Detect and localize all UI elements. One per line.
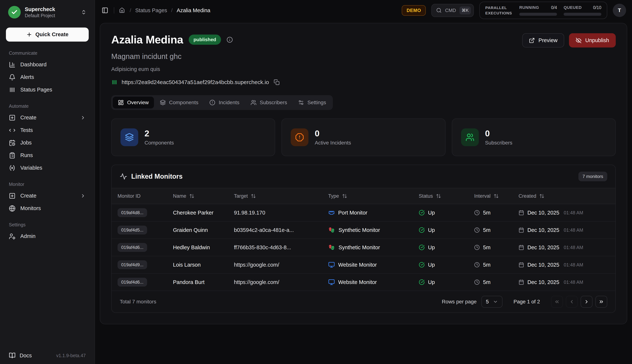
tab-incidents[interactable]: Incidents [204, 97, 244, 108]
sidebar-item-variables[interactable]: Variables [6, 162, 89, 174]
panel-left-icon [102, 7, 108, 14]
plus-icon [26, 32, 32, 38]
docs-link[interactable]: Docs [9, 352, 32, 359]
section-monitor: Monitor Create Monitors [6, 182, 89, 215]
column-header-created[interactable]: Created [518, 193, 610, 199]
next-page-button[interactable] [581, 296, 592, 308]
sidebar-item-create-monitor[interactable]: Create [6, 190, 89, 202]
column-header-name[interactable]: Name [173, 193, 234, 199]
variable-icon [9, 165, 16, 171]
chevron-down-icon [493, 299, 498, 304]
monitor-type: Synthetic Monitor [328, 226, 419, 234]
status-bars-icon [9, 86, 16, 93]
sidebar-item-tests[interactable]: Tests [6, 124, 89, 136]
sidebar-item-jobs[interactable]: Jobs [6, 136, 89, 149]
monitor-target: https://google.com/ [234, 279, 328, 285]
status-page-url[interactable]: https://2ea9d24eac504347a51aef29f2a4bcbb… [122, 79, 269, 85]
table-header-row: Monitor ID Name Target Type Status Inter… [112, 188, 615, 204]
monitor-screen-icon [328, 279, 335, 286]
user-avatar[interactable]: T [613, 4, 626, 17]
tab-settings[interactable]: Settings [293, 97, 331, 108]
sidebar-toggle-button[interactable] [100, 6, 110, 15]
home-icon [119, 8, 125, 13]
column-header-target[interactable]: Target [234, 193, 328, 199]
table-row[interactable]: 019af4d8... Cherokee Parker 91.98.19.170… [112, 204, 615, 222]
monitor-name: Graiden Quinn [173, 227, 234, 233]
cmd-kbd: ⌘K [460, 6, 471, 14]
monitor-created: Dec 10, 202501:48 AM [518, 227, 610, 233]
status-page-url-row: https://2ea9d24eac504347a51aef29f2a4bcbb… [111, 78, 280, 86]
project-switcher[interactable]: Supercheck Default Project [6, 4, 89, 20]
breadcrumb-status-pages[interactable]: Status Pages [135, 8, 167, 14]
project-name: Default Project [25, 12, 55, 19]
monitor-name: Hedley Baldwin [173, 244, 234, 250]
page-subtitle: Magnam incidunt ghc [111, 52, 280, 60]
running-label: RUNNING [519, 5, 539, 10]
tab-overview[interactable]: Overview [113, 97, 154, 108]
check-circle-icon [419, 279, 425, 285]
main-area: / Status Pages / Azalia Medina DEMO CMD … [95, 0, 632, 364]
section-settings: Settings Admin [6, 222, 89, 242]
column-header-type[interactable]: Type [328, 193, 419, 199]
table-row[interactable]: 019af4d6... Pandora Burt https://google.… [112, 274, 615, 291]
monitor-type: Port Monitor [328, 209, 419, 216]
table-row[interactable]: 019af4d5... Graiden Quinn b03594c2-a0ca-… [112, 222, 615, 239]
layers-icon [120, 128, 138, 146]
sidebar-item-label: Variables [20, 165, 42, 171]
column-header-interval[interactable]: Interval [474, 193, 518, 199]
sidebar-item-dashboard[interactable]: Dashboard [6, 58, 89, 71]
monitor-target: https://google.com/ [234, 262, 328, 268]
sidebar-item-runs[interactable]: Runs [6, 149, 89, 162]
info-button[interactable] [226, 36, 233, 43]
breadcrumb-home[interactable] [118, 7, 126, 14]
sidebar-item-admin[interactable]: Admin [6, 230, 89, 242]
table-row[interactable]: 019af4d6... Hedley Baldwin ff766b35-830c… [112, 239, 615, 256]
linked-monitors-title: Linked Monitors [131, 172, 182, 180]
sliders-icon [298, 100, 304, 106]
previous-page-button[interactable] [566, 296, 578, 308]
copy-url-button[interactable] [273, 78, 280, 86]
rows-per-page-select[interactable]: 5 [482, 296, 502, 308]
topbar: / Status Pages / Azalia Medina DEMO CMD … [95, 0, 632, 21]
unpublish-button[interactable]: Unpublish [569, 33, 616, 48]
monitor-created: Dec 10, 202501:48 AM [518, 279, 610, 285]
breadcrumb-separator: / [130, 8, 131, 13]
sidebar-item-alerts[interactable]: Alerts [6, 71, 89, 84]
layout-grid-icon [118, 100, 124, 106]
breadcrumb-separator: / [171, 8, 172, 13]
quick-create-button[interactable]: Quick Create [6, 28, 89, 42]
table-footer: Total 7 monitors Rows per page 5 Page 1 … [112, 291, 615, 312]
executions-title: PARALLEL EXECUTIONS [485, 5, 512, 16]
calendar-icon [518, 227, 524, 233]
command-palette-button[interactable]: CMD ⌘K [431, 4, 474, 17]
monitor-target: ff766b35-830c-4d63-8... [234, 244, 328, 250]
sidebar-item-label: Dashboard [20, 62, 46, 68]
book-open-icon [9, 352, 16, 359]
first-page-button[interactable] [551, 296, 563, 308]
page-actions: Preview Unpublish [522, 33, 616, 48]
monitor-type: Website Monitor [328, 262, 419, 268]
tab-components[interactable]: Components [155, 97, 204, 108]
tab-subscribers[interactable]: Subscribers [246, 97, 292, 108]
page-header-left: Azalia Medina published Magnam incidunt … [111, 33, 280, 86]
queued-group: QUEUED 0/10 [564, 5, 601, 16]
sidebar-item-create-automate[interactable]: Create [6, 112, 89, 124]
monitor-target: b03594c2-a0ca-481e-a... [234, 227, 328, 233]
section-communicate: Communicate Dashboard Alerts Status Page… [6, 50, 89, 96]
section-label: Monitor [6, 182, 89, 187]
sidebar-item-monitors[interactable]: Monitors [6, 202, 89, 215]
active-incidents-count: 0 [315, 129, 351, 138]
monitor-created: Dec 10, 202501:48 AM [518, 262, 610, 268]
user-cog-icon [9, 233, 16, 240]
table-row[interactable]: 019af4d9... Lois Larson https://google.c… [112, 256, 615, 274]
column-header-status[interactable]: Status [419, 193, 474, 199]
preview-button[interactable]: Preview [522, 33, 564, 48]
last-page-button[interactable] [596, 296, 607, 308]
sidebar-item-status-pages[interactable]: Status Pages [6, 84, 89, 96]
monitor-screen-icon [328, 262, 335, 268]
monitor-status: Up [419, 244, 474, 250]
sort-icon [342, 194, 347, 199]
cmd-label: CMD [445, 8, 456, 13]
calendar-icon [518, 262, 524, 268]
sidebar-item-label: Status Pages [20, 87, 52, 93]
